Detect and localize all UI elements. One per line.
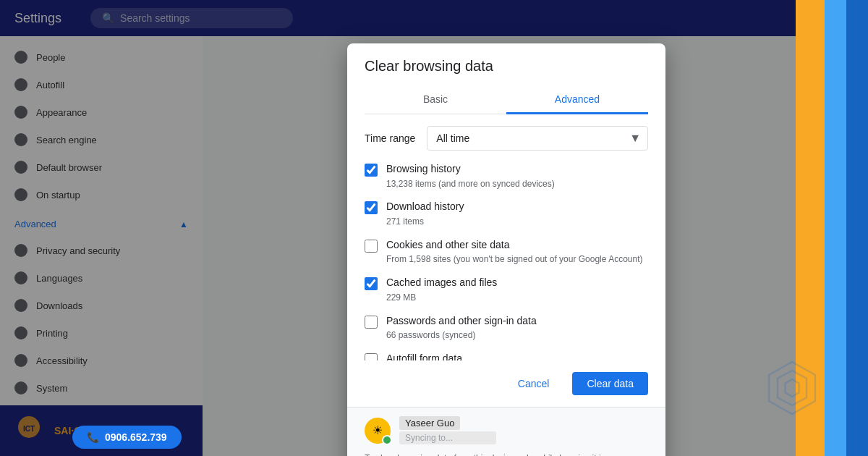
footer-text: To clear browsing data from this device … [365, 452, 648, 456]
checkbox-passwords: Passwords and other sign-in data 66 pass… [365, 314, 648, 342]
sidebar-label-languages: Languages [36, 273, 82, 284]
sidebar-item-people[interactable]: People [0, 43, 203, 71]
checkbox-download-history: Download history 271 items [365, 200, 648, 227]
sidebar-label-privacy: Privacy and security [36, 245, 120, 256]
svg-text:ICT: ICT [23, 425, 35, 433]
svg-marker-4 [785, 379, 799, 397]
download-history-checkbox[interactable] [365, 201, 378, 214]
user-info-row: ☀ Yaseer Guo Syncing to... [365, 416, 648, 444]
phone-number: 0906.652.739 [105, 431, 167, 443]
sidebar-label-autofill: Autofill [36, 80, 64, 90]
cached-images-desc: 229 MB [386, 292, 648, 304]
cached-images-title: Cached images and files [386, 276, 648, 290]
browsing-history-label: Browsing history 13,238 items (and more … [386, 162, 648, 190]
hex-decoration [763, 359, 821, 420]
user-email: Syncing to... [399, 431, 496, 444]
time-range-select[interactable]: All time Last hour Last 24 hours Last 7 … [427, 126, 648, 151]
passwords-checkbox[interactable] [365, 316, 378, 329]
advanced-label: Advanced [14, 219, 56, 229]
modal-actions: Cancel Clear data [347, 360, 665, 407]
browsing-history-checkbox[interactable] [365, 164, 378, 177]
sidebar-item-printing[interactable]: Printing [0, 319, 203, 347]
sidebar-label-accessibility: Accessibility [36, 355, 88, 366]
browsing-history-desc: 13,238 items (and more on synced devices… [386, 178, 648, 190]
time-range-select-wrapper[interactable]: All time Last hour Last 24 hours Last 7 … [427, 126, 648, 151]
browsing-history-title: Browsing history [386, 162, 648, 177]
modal-footer: ☀ Yaseer Guo Syncing to... To clear brow… [347, 407, 665, 456]
user-avatar: ☀ [365, 418, 391, 444]
sidebar-label-appearance: Appearance [36, 107, 87, 118]
download-history-label: Download history 271 items [386, 200, 648, 227]
sidebar-item-appearance[interactable]: Appearance [0, 98, 203, 126]
sidebar-item-autofill[interactable]: Autofill [0, 71, 203, 98]
cookies-title: Cookies and other site data [386, 238, 648, 253]
checkbox-cached-images: Cached images and files 229 MB [365, 276, 648, 303]
time-range-row: Time range All time Last hour Last 24 ho… [365, 126, 648, 151]
advanced-section-header: Advanced ▲ [0, 208, 203, 237]
sidebar: People Autofill Appearance Search engine… [0, 36, 203, 456]
phone-badge[interactable]: 📞 0906.652.739 [72, 426, 182, 449]
user-text: Yaseer Guo Syncing to... [399, 416, 496, 444]
search-placeholder: Search settings [120, 12, 190, 24]
sidebar-item-accessibility[interactable]: Accessibility [0, 347, 203, 374]
sidebar-item-default-browser[interactable]: Default browser [0, 153, 203, 181]
user-name: Yaseer Guo [399, 416, 460, 430]
sidebar-item-search-engine[interactable]: Search engine [0, 126, 203, 153]
passwords-desc: 66 passwords (synced) [386, 329, 648, 342]
advanced-chevron-icon: ▲ [179, 219, 188, 229]
search-bar[interactable]: 🔍 Search settings [90, 8, 293, 28]
deco-blue-light-panel [825, 0, 846, 456]
cached-images-label: Cached images and files 229 MB [386, 276, 648, 303]
passwords-label: Passwords and other sign-in data 66 pass… [386, 314, 648, 342]
svg-marker-3 [778, 371, 807, 405]
sidebar-item-on-startup[interactable]: On startup [0, 181, 203, 208]
checkbox-browsing-history: Browsing history 13,238 items (and more … [365, 162, 648, 190]
sidebar-item-system[interactable]: System [0, 374, 203, 402]
deco-blue-panel [846, 0, 868, 456]
cached-images-checkbox[interactable] [365, 277, 378, 290]
modal-title: Clear browsing data [365, 58, 648, 75]
cookies-checkbox[interactable] [365, 240, 378, 253]
sidebar-label-downloads: Downloads [36, 300, 82, 311]
modal-body: Time range All time Last hour Last 24 ho… [347, 114, 665, 360]
topbar: Settings 🔍 Search settings [0, 0, 796, 36]
footer-text-content: To clear browsing data from this device … [365, 453, 625, 456]
cancel-button[interactable]: Cancel [503, 372, 564, 395]
autofill-checkbox[interactable] [365, 353, 378, 360]
time-range-label: Time range [365, 132, 415, 144]
sidebar-label-people: People [36, 52, 65, 63]
app-title: Settings [14, 11, 61, 26]
autofill-title: Autofill form data [386, 352, 648, 360]
download-history-desc: 271 items [386, 216, 648, 228]
sidebar-label-search-engine: Search engine [36, 135, 97, 145]
sidebar-label-default-browser: Default browser [36, 162, 102, 173]
clear-data-button[interactable]: Clear data [572, 372, 648, 395]
search-icon: 🔍 [102, 12, 114, 24]
autofill-label: Autofill form data [386, 352, 648, 360]
cookies-desc: From 1,598 sites (you won't be signed ou… [386, 253, 648, 266]
sidebar-label-on-startup: On startup [36, 190, 80, 200]
modal-tabs: Basic Advanced [365, 86, 648, 114]
ict-logo-icon: ICT [11, 413, 47, 449]
sidebar-item-privacy[interactable]: Privacy and security [0, 237, 203, 264]
checkbox-autofill: Autofill form data [365, 352, 648, 360]
sidebar-label-printing: Printing [36, 328, 68, 339]
passwords-title: Passwords and other sign-in data [386, 314, 648, 329]
modal-header: Clear browsing data Basic Advanced [347, 43, 665, 114]
phone-icon: 📞 [87, 431, 99, 443]
sidebar-item-languages[interactable]: Languages [0, 264, 203, 292]
user-avatar-sync-badge [382, 435, 392, 445]
tab-advanced[interactable]: Advanced [506, 86, 648, 114]
sidebar-item-downloads[interactable]: Downloads [0, 292, 203, 319]
cookies-label: Cookies and other site data From 1,598 s… [386, 238, 648, 266]
sidebar-label-system: System [36, 383, 67, 394]
clear-browsing-data-modal: Clear browsing data Basic Advanced Time … [347, 43, 665, 456]
download-history-title: Download history [386, 200, 648, 214]
tab-basic[interactable]: Basic [365, 86, 506, 114]
checkbox-cookies: Cookies and other site data From 1,598 s… [365, 238, 648, 266]
